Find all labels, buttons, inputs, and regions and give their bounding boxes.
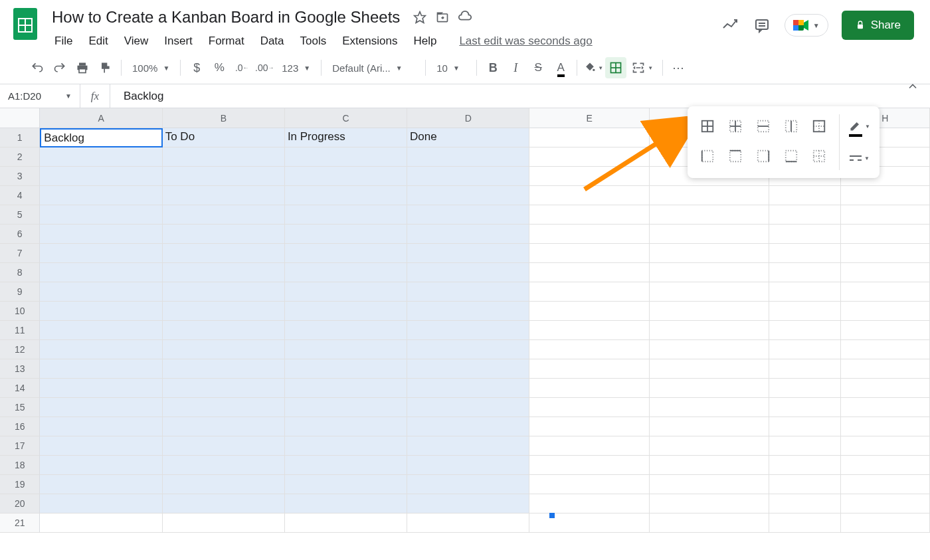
currency-button[interactable]: $ bbox=[186, 57, 207, 78]
redo-button[interactable] bbox=[49, 57, 70, 78]
cell-B2[interactable] bbox=[163, 147, 285, 167]
cell-H13[interactable] bbox=[841, 359, 930, 379]
cell-F17[interactable] bbox=[650, 436, 769, 456]
cell-G5[interactable] bbox=[769, 205, 841, 225]
cell-D10[interactable] bbox=[407, 302, 529, 321]
cell-F15[interactable] bbox=[650, 398, 769, 417]
row-header-18[interactable]: 18 bbox=[0, 456, 40, 475]
cell-G11[interactable] bbox=[769, 321, 841, 340]
share-button[interactable]: Share bbox=[842, 11, 914, 40]
row-header-13[interactable]: 13 bbox=[0, 359, 40, 379]
cell-E17[interactable] bbox=[529, 436, 649, 456]
document-title[interactable]: How to Create a Kanban Board in Google S… bbox=[48, 5, 404, 29]
cell-D1[interactable]: Done bbox=[407, 128, 529, 147]
cell-B5[interactable] bbox=[163, 205, 285, 225]
menu-extensions[interactable]: Extensions bbox=[335, 31, 404, 52]
cell-G6[interactable] bbox=[769, 225, 841, 244]
cell-C13[interactable] bbox=[285, 359, 407, 379]
cloud-status-icon[interactable] bbox=[457, 9, 473, 25]
comments-icon[interactable] bbox=[753, 16, 771, 35]
cell-C8[interactable] bbox=[285, 263, 407, 282]
border-bottom[interactable] bbox=[779, 144, 803, 168]
cell-B21[interactable] bbox=[163, 513, 285, 533]
cell-F18[interactable] bbox=[650, 456, 769, 475]
row-header-11[interactable]: 11 bbox=[0, 321, 40, 340]
cell-F20[interactable] bbox=[650, 494, 769, 513]
font-select[interactable]: Default (Ari...▼ bbox=[327, 62, 420, 74]
cell-D21[interactable] bbox=[407, 513, 529, 533]
cell-A7[interactable] bbox=[40, 244, 162, 263]
cell-G16[interactable] bbox=[769, 417, 841, 436]
cell-D4[interactable] bbox=[407, 186, 529, 205]
cell-C14[interactable] bbox=[285, 379, 407, 398]
column-header-E[interactable]: E bbox=[529, 108, 649, 128]
cell-D9[interactable] bbox=[407, 282, 529, 302]
cell-B8[interactable] bbox=[163, 263, 285, 282]
column-header-B[interactable]: B bbox=[163, 108, 285, 128]
cell-F21[interactable] bbox=[650, 513, 769, 533]
cell-E3[interactable] bbox=[529, 167, 649, 186]
row-header-2[interactable]: 2 bbox=[0, 147, 40, 167]
cell-B14[interactable] bbox=[163, 379, 285, 398]
cell-E2[interactable] bbox=[529, 147, 649, 167]
cell-D5[interactable] bbox=[407, 205, 529, 225]
text-color-button[interactable]: A bbox=[550, 57, 571, 78]
cell-C3[interactable] bbox=[285, 167, 407, 186]
row-header-5[interactable]: 5 bbox=[0, 205, 40, 225]
last-edit-link[interactable]: Last edit was seconds ago bbox=[459, 35, 592, 48]
collapse-toolbar-icon[interactable] bbox=[906, 80, 919, 95]
cell-E16[interactable] bbox=[529, 417, 649, 436]
cell-A3[interactable] bbox=[40, 167, 162, 186]
cell-C16[interactable] bbox=[285, 417, 407, 436]
menu-help[interactable]: Help bbox=[407, 31, 443, 52]
cell-E15[interactable] bbox=[529, 398, 649, 417]
cell-C19[interactable] bbox=[285, 475, 407, 494]
border-clear[interactable] bbox=[807, 144, 831, 168]
border-color-button[interactable]: ▼ bbox=[848, 114, 872, 138]
cell-H21[interactable] bbox=[841, 513, 930, 533]
cell-D20[interactable] bbox=[407, 494, 529, 513]
cell-F19[interactable] bbox=[650, 475, 769, 494]
cell-G9[interactable] bbox=[769, 282, 841, 302]
cell-E21[interactable] bbox=[529, 513, 649, 533]
cell-D6[interactable] bbox=[407, 225, 529, 244]
cell-C11[interactable] bbox=[285, 321, 407, 340]
cell-A8[interactable] bbox=[40, 263, 162, 282]
cell-A18[interactable] bbox=[40, 456, 162, 475]
row-header-21[interactable]: 21 bbox=[0, 513, 40, 533]
cell-E19[interactable] bbox=[529, 475, 649, 494]
cell-F11[interactable] bbox=[650, 321, 769, 340]
sheets-logo[interactable] bbox=[11, 5, 40, 43]
cell-H15[interactable] bbox=[841, 398, 930, 417]
cell-H10[interactable] bbox=[841, 302, 930, 321]
cell-E6[interactable] bbox=[529, 225, 649, 244]
cell-E11[interactable] bbox=[529, 321, 649, 340]
cell-C7[interactable] bbox=[285, 244, 407, 263]
formula-input[interactable]: Backlog bbox=[110, 90, 930, 103]
cell-D7[interactable] bbox=[407, 244, 529, 263]
cell-G7[interactable] bbox=[769, 244, 841, 263]
row-header-20[interactable]: 20 bbox=[0, 494, 40, 513]
meet-button[interactable]: ▼ bbox=[785, 14, 828, 37]
border-style-button[interactable]: ▼ bbox=[848, 146, 872, 170]
menu-view[interactable]: View bbox=[118, 31, 155, 52]
cell-C17[interactable] bbox=[285, 436, 407, 456]
cell-F13[interactable] bbox=[650, 359, 769, 379]
cell-A10[interactable] bbox=[40, 302, 162, 321]
cell-C9[interactable] bbox=[285, 282, 407, 302]
cell-D18[interactable] bbox=[407, 456, 529, 475]
row-header-19[interactable]: 19 bbox=[0, 475, 40, 494]
cell-C2[interactable] bbox=[285, 147, 407, 167]
cell-E8[interactable] bbox=[529, 263, 649, 282]
cell-C20[interactable] bbox=[285, 494, 407, 513]
cell-D14[interactable] bbox=[407, 379, 529, 398]
cell-G14[interactable] bbox=[769, 379, 841, 398]
cell-B3[interactable] bbox=[163, 167, 285, 186]
cell-E4[interactable] bbox=[529, 186, 649, 205]
cell-F14[interactable] bbox=[650, 379, 769, 398]
cell-D17[interactable] bbox=[407, 436, 529, 456]
cell-A17[interactable] bbox=[40, 436, 162, 456]
cell-A2[interactable] bbox=[40, 147, 162, 167]
cell-A1[interactable]: Backlog bbox=[40, 128, 162, 147]
cell-C12[interactable] bbox=[285, 340, 407, 359]
